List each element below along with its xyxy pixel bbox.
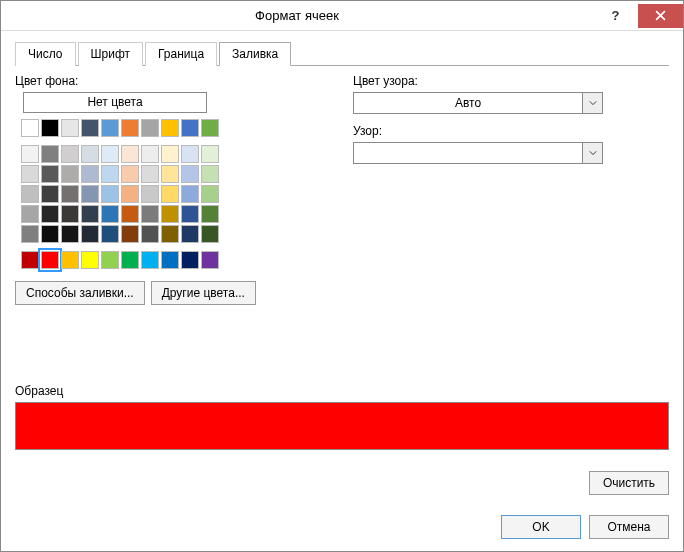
color-swatch[interactable] (81, 251, 99, 269)
clear-row: Очистить (589, 471, 669, 495)
color-swatch[interactable] (61, 225, 79, 243)
tab-strip: Число Шрифт Граница Заливка (15, 41, 669, 66)
color-swatch[interactable] (121, 185, 139, 203)
no-color-button[interactable]: Нет цвета (23, 92, 207, 113)
bg-color-label: Цвет фона: (15, 74, 325, 88)
color-swatch[interactable] (141, 165, 159, 183)
color-swatch[interactable] (101, 205, 119, 223)
color-swatch[interactable] (181, 145, 199, 163)
tab-number[interactable]: Число (15, 42, 76, 66)
color-swatch[interactable] (161, 145, 179, 163)
more-colors-button[interactable]: Другие цвета... (151, 281, 256, 305)
pattern-style-combo[interactable] (353, 142, 603, 164)
color-swatch[interactable] (41, 225, 59, 243)
color-swatch[interactable] (141, 185, 159, 203)
color-swatch[interactable] (61, 205, 79, 223)
color-swatch[interactable] (81, 145, 99, 163)
tab-fill[interactable]: Заливка (219, 42, 291, 66)
color-swatch[interactable] (121, 251, 139, 269)
color-swatch[interactable] (41, 251, 59, 269)
color-swatch[interactable] (141, 251, 159, 269)
color-swatch[interactable] (41, 119, 59, 137)
color-swatch[interactable] (141, 225, 159, 243)
color-swatch[interactable] (201, 185, 219, 203)
color-swatch[interactable] (161, 185, 179, 203)
color-swatch[interactable] (101, 145, 119, 163)
color-swatch[interactable] (201, 119, 219, 137)
pattern-color-combo[interactable]: Авто (353, 92, 603, 114)
color-swatch[interactable] (161, 119, 179, 137)
pattern-style-label: Узор: (353, 124, 669, 138)
color-swatch[interactable] (201, 205, 219, 223)
fill-effects-button[interactable]: Способы заливки... (15, 281, 145, 305)
color-swatch[interactable] (101, 185, 119, 203)
color-swatch[interactable] (61, 119, 79, 137)
color-swatch[interactable] (181, 225, 199, 243)
color-swatch[interactable] (81, 225, 99, 243)
color-swatch[interactable] (181, 185, 199, 203)
format-cells-dialog: Формат ячеек ? Число Шрифт Граница Залив… (0, 0, 684, 552)
color-swatch[interactable] (201, 145, 219, 163)
color-swatch[interactable] (41, 145, 59, 163)
color-swatch[interactable] (141, 145, 159, 163)
color-swatch[interactable] (161, 225, 179, 243)
tab-border[interactable]: Граница (145, 42, 217, 66)
color-swatch[interactable] (121, 119, 139, 137)
color-swatch[interactable] (161, 165, 179, 183)
clear-button[interactable]: Очистить (589, 471, 669, 495)
color-swatch[interactable] (101, 119, 119, 137)
color-swatch[interactable] (41, 165, 59, 183)
color-swatch[interactable] (21, 119, 39, 137)
color-swatch[interactable] (201, 251, 219, 269)
color-swatch[interactable] (41, 185, 59, 203)
theme-colors-row (21, 119, 325, 137)
color-palette (21, 119, 325, 269)
color-swatch[interactable] (21, 145, 39, 163)
color-swatch[interactable] (61, 251, 79, 269)
color-swatch[interactable] (121, 145, 139, 163)
titlebar: Формат ячеек ? (1, 1, 683, 31)
close-icon (655, 10, 666, 21)
color-swatch[interactable] (101, 225, 119, 243)
color-swatch[interactable] (81, 185, 99, 203)
pattern-color-value: Авто (354, 96, 582, 110)
color-swatch[interactable] (141, 119, 159, 137)
color-swatch[interactable] (161, 205, 179, 223)
color-swatch[interactable] (81, 165, 99, 183)
color-swatch[interactable] (81, 119, 99, 137)
color-swatch[interactable] (21, 185, 39, 203)
help-button[interactable]: ? (593, 4, 638, 28)
color-swatch[interactable] (81, 205, 99, 223)
color-swatch[interactable] (61, 165, 79, 183)
dialog-body: Число Шрифт Граница Заливка Цвет фона: Н… (1, 31, 683, 464)
ok-button[interactable]: OK (501, 515, 581, 539)
color-swatch[interactable] (141, 205, 159, 223)
color-swatch[interactable] (201, 225, 219, 243)
preview-label: Образец (15, 384, 669, 398)
cancel-button[interactable]: Отмена (589, 515, 669, 539)
color-swatch[interactable] (181, 165, 199, 183)
color-swatch[interactable] (161, 251, 179, 269)
color-swatch[interactable] (181, 251, 199, 269)
close-button[interactable] (638, 4, 683, 28)
footer-row: OK Отмена (501, 515, 669, 539)
chevron-down-icon (582, 143, 602, 163)
color-swatch[interactable] (21, 225, 39, 243)
color-swatch[interactable] (181, 205, 199, 223)
color-swatch[interactable] (21, 165, 39, 183)
tab-font[interactable]: Шрифт (78, 42, 143, 66)
color-swatch[interactable] (21, 205, 39, 223)
color-swatch[interactable] (61, 185, 79, 203)
color-swatch[interactable] (61, 145, 79, 163)
color-swatch[interactable] (201, 165, 219, 183)
theme-colors-grid (21, 145, 325, 243)
color-swatch[interactable] (101, 251, 119, 269)
color-swatch[interactable] (101, 165, 119, 183)
fill-buttons-row: Способы заливки... Другие цвета... (15, 281, 325, 305)
color-swatch[interactable] (121, 165, 139, 183)
color-swatch[interactable] (181, 119, 199, 137)
color-swatch[interactable] (121, 225, 139, 243)
color-swatch[interactable] (21, 251, 39, 269)
color-swatch[interactable] (121, 205, 139, 223)
color-swatch[interactable] (41, 205, 59, 223)
